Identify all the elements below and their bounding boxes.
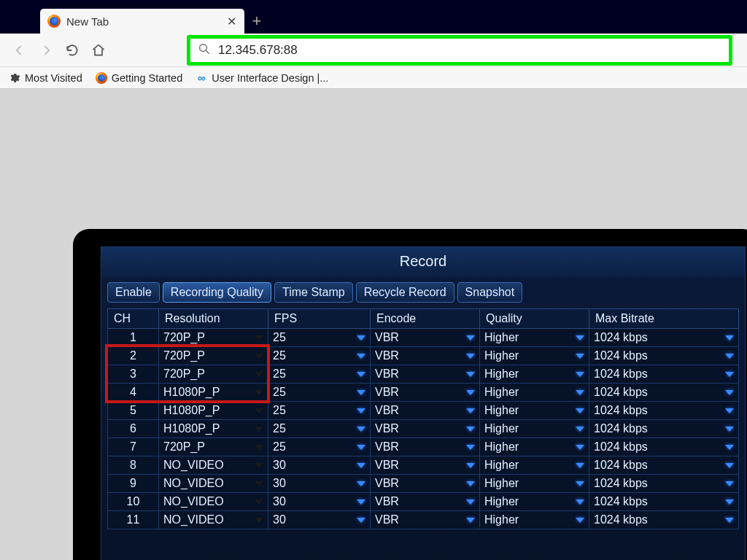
dvr-tab-bar: EnableRecording QualityTime StampRecycle…	[101, 278, 745, 308]
table-cell[interactable]: 25	[268, 365, 371, 384]
col-ch: CH	[108, 309, 159, 329]
table-cell[interactable]: NO_VIDEO	[159, 456, 268, 475]
table-cell[interactable]: Higher	[480, 511, 589, 529]
table-cell[interactable]: 720P_P	[159, 438, 268, 456]
table-cell[interactable]: 1024 kbps	[589, 420, 739, 438]
table-cell[interactable]: 25	[268, 347, 371, 365]
forward-button[interactable]	[35, 39, 57, 61]
cell-value: Higher	[484, 459, 519, 472]
nav-toolbar	[0, 34, 747, 67]
table-cell[interactable]: 30	[268, 493, 371, 511]
table-cell[interactable]: VBR	[371, 347, 480, 365]
cell-value: Higher	[484, 331, 519, 344]
table-cell[interactable]: H1080P_P	[159, 402, 268, 420]
table-cell[interactable]: 1024 kbps	[589, 511, 739, 529]
chevron-down-icon	[466, 335, 475, 341]
table-cell[interactable]: 25	[268, 402, 371, 420]
table-cell[interactable]: Higher	[480, 420, 589, 438]
table-cell[interactable]: 25	[268, 329, 371, 347]
bookmark-getting-started[interactable]: Getting Started	[96, 72, 183, 84]
table-cell[interactable]: 720P_P	[159, 365, 268, 384]
table-cell[interactable]: 1024 kbps	[589, 402, 739, 420]
table-cell[interactable]: VBR	[371, 438, 480, 456]
browser-tab[interactable]: New Tab ✕	[40, 9, 244, 34]
bookmark-most-visited[interactable]: Most Visited	[9, 72, 82, 84]
cell-value: 1024 kbps	[594, 495, 648, 508]
table-cell[interactable]: 720P_P	[159, 329, 268, 347]
back-button[interactable]	[9, 39, 31, 61]
table-cell[interactable]: 25	[268, 384, 371, 402]
cell-value: 25	[273, 386, 286, 399]
table-cell[interactable]: Higher	[480, 347, 589, 365]
url-input[interactable]	[218, 43, 721, 58]
table-cell[interactable]: H1080P_P	[159, 384, 268, 402]
new-tab-button[interactable]: +	[244, 9, 269, 34]
chevron-down-icon	[255, 354, 263, 359]
table-cell[interactable]: H1080P_P	[159, 420, 268, 438]
chevron-down-icon	[576, 390, 584, 395]
bookmark-ui-design[interactable]: ∞ User Interface Design |...	[196, 72, 328, 84]
table-cell[interactable]: 1024 kbps	[589, 365, 739, 384]
cell-value: 25	[273, 422, 286, 435]
reload-button[interactable]	[61, 39, 83, 61]
table-cell[interactable]: VBR	[371, 365, 480, 384]
table-cell[interactable]: VBR	[371, 384, 480, 402]
close-tab-button[interactable]: ✕	[224, 15, 239, 28]
table-row: 5H1080P_P25VBRHigher1024 kbps	[108, 402, 739, 420]
cell-value: 1024 kbps	[594, 440, 648, 454]
cell-value: 1024 kbps	[594, 368, 648, 381]
dvr-tab-recording-quality[interactable]: Recording Quality	[163, 282, 271, 303]
ch-cell: 7	[108, 438, 159, 456]
table-cell[interactable]: 1024 kbps	[589, 475, 739, 493]
chevron-down-icon	[466, 354, 475, 359]
chevron-down-icon	[255, 390, 263, 395]
cell-value: 25	[273, 349, 286, 362]
table-row: 4H1080P_P25VBRHigher1024 kbps	[108, 384, 739, 402]
table-cell[interactable]: VBR	[371, 329, 480, 347]
chevron-down-icon	[576, 445, 584, 450]
dvr-title: Record	[101, 247, 745, 278]
dvr-tab-recycle-record[interactable]: Recycle Record	[356, 282, 454, 303]
table-cell[interactable]: VBR	[371, 456, 480, 475]
dvr-tab-time-stamp[interactable]: Time Stamp	[274, 282, 353, 303]
table-cell[interactable]: 1024 kbps	[589, 456, 739, 475]
chevron-down-icon	[357, 390, 365, 395]
table-row: 2720P_P25VBRHigher1024 kbps	[108, 347, 739, 365]
table-cell[interactable]: VBR	[371, 420, 480, 438]
table-cell[interactable]: 1024 kbps	[589, 384, 739, 402]
table-cell[interactable]: 30	[268, 456, 371, 475]
table-cell[interactable]: 30	[268, 475, 371, 493]
table-cell[interactable]: Higher	[480, 329, 589, 347]
table-cell[interactable]: Higher	[480, 438, 589, 456]
address-bar[interactable]	[187, 35, 732, 66]
table-cell[interactable]: Higher	[480, 475, 589, 493]
table-cell[interactable]: Higher	[480, 493, 589, 511]
table-cell[interactable]: VBR	[371, 402, 480, 420]
table-cell[interactable]: 720P_P	[159, 347, 268, 365]
cell-value: Higher	[484, 513, 519, 526]
table-cell[interactable]: NO_VIDEO	[159, 493, 268, 511]
table-cell[interactable]: 1024 kbps	[589, 329, 739, 347]
chevron-down-icon	[357, 408, 365, 413]
table-cell[interactable]: 25	[268, 438, 371, 456]
table-cell[interactable]: 30	[268, 511, 371, 529]
table-cell[interactable]: 1024 kbps	[589, 438, 739, 456]
home-button[interactable]	[88, 39, 109, 61]
dvr-tab-snapshot[interactable]: Snapshot	[457, 282, 523, 303]
table-cell[interactable]: Higher	[480, 384, 589, 402]
cell-value: 720P_P	[163, 440, 205, 454]
table-cell[interactable]: NO_VIDEO	[159, 511, 268, 529]
table-cell[interactable]: Higher	[480, 365, 589, 384]
table-cell[interactable]: VBR	[371, 511, 480, 529]
table-cell[interactable]: VBR	[371, 475, 480, 493]
svg-point-0	[200, 44, 207, 51]
table-cell[interactable]: 1024 kbps	[589, 493, 739, 511]
dvr-tab-enable[interactable]: Enable	[107, 282, 160, 303]
table-cell[interactable]: Higher	[480, 402, 589, 420]
table-cell[interactable]: 1024 kbps	[589, 347, 739, 365]
table-cell[interactable]: NO_VIDEO	[159, 475, 268, 493]
table-cell[interactable]: 25	[268, 420, 371, 438]
table-cell[interactable]: Higher	[480, 456, 589, 475]
table-cell[interactable]: VBR	[371, 493, 480, 511]
col-fps: FPS	[268, 309, 371, 329]
